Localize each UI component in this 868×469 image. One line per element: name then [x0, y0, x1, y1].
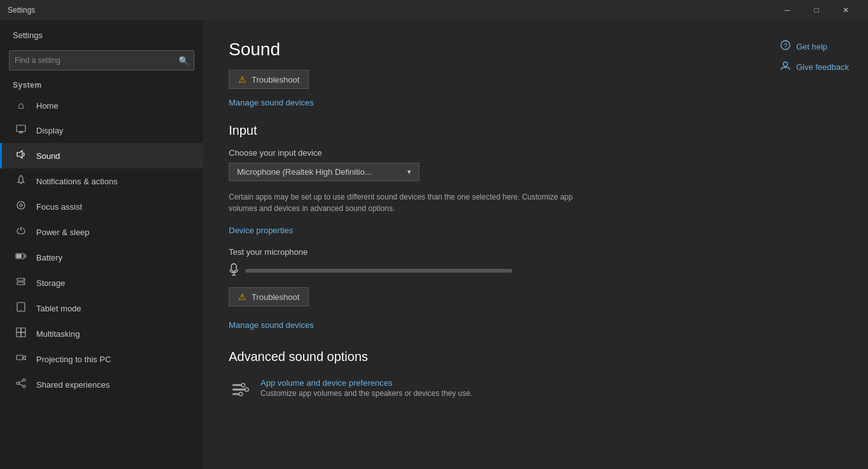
- sidebar-item-focus[interactable]: Focus assist: [0, 194, 203, 219]
- mic-level-track: [245, 269, 512, 273]
- svg-point-35: [241, 383, 245, 387]
- sidebar-item-label: Power & sleep: [36, 228, 90, 237]
- svg-point-12: [23, 279, 24, 280]
- app-vol-card: App volume and device preferences Custom…: [229, 374, 843, 405]
- svg-point-28: [783, 62, 787, 67]
- shared-icon: [15, 378, 27, 391]
- sidebar-header: Settings: [0, 20, 203, 45]
- battery-icon: [15, 251, 27, 264]
- minimize-button[interactable]: ─: [773, 0, 802, 20]
- sidebar-item-display[interactable]: Display: [0, 118, 203, 143]
- dropdown-arrow-icon: ▾: [407, 168, 411, 176]
- input-device-label: Choose your input device: [229, 148, 843, 158]
- sidebar-item-label: Battery: [36, 253, 62, 262]
- search-box[interactable]: 🔍: [9, 50, 194, 71]
- page-title: Sound: [229, 39, 843, 60]
- app-vol-title[interactable]: App volume and device preferences: [261, 378, 473, 388]
- sidebar-item-label: Shared experiences: [36, 380, 110, 390]
- app-vol-desc: Customize app volumes and the speakers o…: [261, 389, 473, 398]
- svg-line-25: [19, 384, 23, 386]
- sidebar-item-label: Notifications & actions: [36, 177, 118, 186]
- sidebar-item-label: Home: [36, 101, 58, 111]
- svg-rect-18: [17, 332, 21, 337]
- tablet-icon: [15, 302, 27, 315]
- svg-rect-29: [231, 264, 236, 271]
- svg-point-23: [23, 385, 25, 388]
- sidebar-item-home[interactable]: ⌂ Home: [0, 93, 203, 118]
- help-panel: ? Get help Give feedback: [780, 39, 849, 74]
- svg-rect-9: [17, 254, 22, 258]
- sidebar: Settings 🔍 System ⌂ Home Display: [0, 20, 203, 469]
- svg-rect-34: [233, 393, 240, 395]
- device-properties-link[interactable]: Device properties: [229, 226, 293, 235]
- svg-rect-20: [17, 355, 23, 360]
- get-help-link[interactable]: ? Get help: [780, 39, 849, 53]
- sidebar-item-power[interactable]: Power & sleep: [0, 219, 203, 245]
- sidebar-item-label: Storage: [36, 278, 65, 288]
- sidebar-item-label: Focus assist: [36, 202, 82, 212]
- close-button[interactable]: ✕: [831, 0, 860, 20]
- focus-icon: [15, 200, 27, 213]
- manage-devices-bottom-link[interactable]: Manage sound devices: [229, 320, 314, 330]
- troubleshoot-bottom-label: Troubleshoot: [252, 292, 299, 302]
- title-bar: Settings ─ □ ✕: [0, 0, 868, 20]
- app-body: Settings 🔍 System ⌂ Home Display: [0, 20, 868, 469]
- troubleshoot-top-label: Troubleshoot: [252, 75, 299, 85]
- warn-icon-top: ⚠: [238, 74, 247, 85]
- sidebar-item-notifications[interactable]: Notifications & actions: [0, 168, 203, 194]
- sidebar-item-label: Display: [36, 126, 64, 135]
- svg-point-15: [20, 309, 22, 311]
- sidebar-item-sound[interactable]: Sound: [0, 143, 203, 168]
- system-label: System: [0, 78, 203, 93]
- sidebar-item-tablet[interactable]: Tablet mode: [0, 296, 203, 321]
- svg-rect-0: [17, 125, 25, 132]
- give-feedback-link[interactable]: Give feedback: [780, 60, 849, 74]
- projecting-icon: [15, 353, 27, 365]
- input-device-value: Microphone (Realtek High Definitio...: [237, 167, 372, 177]
- search-icon[interactable]: 🔍: [179, 56, 189, 65]
- svg-marker-4: [17, 151, 22, 158]
- svg-rect-16: [17, 328, 21, 332]
- sidebar-item-storage[interactable]: Storage: [0, 270, 203, 296]
- notifications-icon: [15, 175, 27, 187]
- input-description: Certain apps may be set up to use differ…: [229, 191, 597, 214]
- svg-rect-33: [233, 389, 246, 391]
- app-title: Settings: [8, 6, 35, 15]
- get-help-icon: ?: [780, 39, 791, 53]
- svg-rect-19: [21, 332, 25, 337]
- svg-line-24: [19, 381, 23, 383]
- svg-rect-32: [233, 384, 242, 386]
- window-controls: ─ □ ✕: [773, 0, 860, 20]
- sidebar-item-projecting[interactable]: Projecting to this PC: [0, 346, 203, 372]
- manage-devices-top-link[interactable]: Manage sound devices: [229, 98, 314, 107]
- sidebar-item-label: Sound: [36, 151, 60, 161]
- troubleshoot-bottom-button[interactable]: ⚠ Troubleshoot: [229, 287, 309, 306]
- svg-point-37: [239, 392, 243, 396]
- sidebar-item-battery[interactable]: Battery: [0, 245, 203, 270]
- svg-point-5: [17, 201, 25, 209]
- sidebar-item-shared[interactable]: Shared experiences: [0, 372, 203, 397]
- give-feedback-icon: [780, 60, 791, 74]
- svg-rect-8: [24, 255, 26, 257]
- svg-point-36: [245, 388, 249, 391]
- sidebar-item-multitasking[interactable]: Multitasking: [0, 321, 203, 346]
- multitasking-icon: [15, 327, 27, 340]
- app-vol-texts: App volume and device preferences Custom…: [261, 378, 473, 398]
- svg-point-13: [23, 283, 24, 284]
- input-section-title: Input: [229, 123, 843, 138]
- test-mic-label: Test your microphone: [229, 247, 843, 257]
- sidebar-item-label: Projecting to this PC: [36, 355, 111, 364]
- display-icon: [15, 124, 27, 137]
- troubleshoot-top-button[interactable]: ⚠ Troubleshoot: [229, 70, 309, 89]
- input-device-dropdown[interactable]: Microphone (Realtek High Definitio... ▾: [229, 163, 419, 181]
- microphone-icon: [229, 263, 239, 278]
- maximize-button[interactable]: □: [802, 0, 831, 20]
- main-content: ? Get help Give feedback Sound ⚠ Troubl: [203, 20, 868, 469]
- power-icon: [15, 226, 27, 238]
- home-icon: ⌂: [15, 100, 27, 111]
- search-input[interactable]: [15, 56, 179, 65]
- svg-point-22: [17, 382, 19, 384]
- sidebar-item-label: Multitasking: [36, 329, 80, 339]
- svg-text:?: ?: [783, 42, 787, 50]
- sound-icon: [15, 149, 27, 162]
